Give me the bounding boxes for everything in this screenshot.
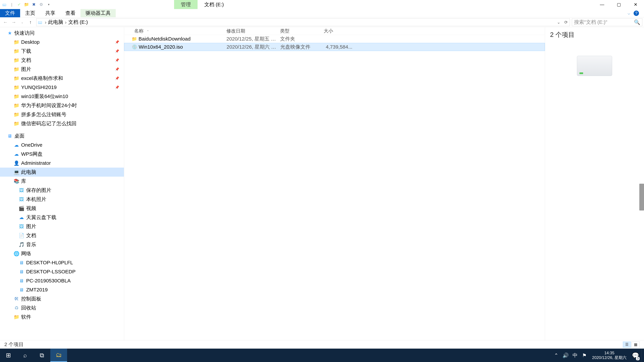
start-button[interactable]: ⊞ [0,349,17,362]
nav-up-button[interactable]: ↑ [27,18,34,26]
tree-label: 控制面板 [21,296,41,302]
view-details-button[interactable]: ☰ [623,342,631,348]
tree-desktop[interactable]: 📁Desktop📌 [0,37,124,46]
tree--[interactable]: ★快速访问 [0,28,124,37]
status-bar: 2 个项目 ☰ ▦ [0,340,644,349]
pic-icon: 🖼 [18,187,24,193]
minimize-button[interactable]: ― [594,0,610,9]
folder-icon: 📁 [14,48,20,54]
tree--[interactable]: 🌐网络 [0,249,124,258]
close-icon[interactable]: ✖ [31,2,36,7]
tray-overflow-button[interactable]: ⌃ [552,349,561,362]
ctx-manage-tab[interactable]: 管理 [174,0,198,9]
chevron-down-icon[interactable]: ▾ [46,2,51,7]
tree--[interactable]: 📁下载📌 [0,46,124,56]
gear-icon[interactable]: ⚙ [38,2,44,7]
nav-row: ← → ⌄ ↑ 🖴 › 此电脑 › 文档 (E:) ⌄ ⟳ 搜索"文档 (E:)… [0,17,644,27]
tree--[interactable]: 🖥桌面 [0,131,124,140]
tree-zmt2019[interactable]: 🖥ZMT2019 [0,285,124,294]
folder-icon[interactable]: 📁 [24,2,29,7]
tree--[interactable]: 🖼本机照片 [0,195,124,204]
file-row[interactable]: 💿Win10x64_2020.iso2020/12/26, 星期六 1...光盘… [124,43,545,51]
details-count: 2 个项目 [550,30,574,39]
view-large-icons-button[interactable]: ▦ [632,342,640,348]
col-size[interactable]: 大小 [320,28,357,34]
drive-icon: 🖴 [2,2,7,7]
tree--[interactable]: 📁图片📌 [0,65,124,74]
tree-yunqishi2019[interactable]: 📁YUNQISHI2019📌 [0,83,124,92]
tree--[interactable]: 📁微信密码忘记了怎么找回 [0,119,124,128]
tree--[interactable]: 🛠控制面板 [0,294,124,303]
ime-indicator[interactable]: 中 [570,349,580,362]
tree-administrator[interactable]: 👤Administrator [0,159,124,168]
tree-label: 天翼云盘下载 [26,214,56,221]
volume-icon[interactable]: 🔊 [561,349,570,362]
taskbar-clock[interactable]: 14:35 2020/12/26, 星期六 [589,351,630,360]
nav-history-button[interactable]: ⌄ [18,18,26,26]
refresh-button[interactable]: ⟳ [562,18,570,26]
task-view-button[interactable]: ⧉ [34,349,50,362]
tree-label: 快速访问 [14,30,34,36]
panel-icon: 🛠 [14,296,20,302]
maximize-button[interactable]: ▢ [610,0,627,9]
tree-label: excel表格制作求和 [21,75,63,82]
taskbar-search-button[interactable]: ⌕ [17,349,34,362]
check-icon[interactable]: ✔ [16,2,22,7]
tree--[interactable]: ♻回收站 [0,303,124,312]
tree--[interactable]: 📁拼多多怎么注销账号 [0,110,124,119]
menu-file[interactable]: 文件 [0,9,20,17]
col-date[interactable]: 修改日期 [223,28,277,34]
tree-excel-[interactable]: 📁excel表格制作求和📌 [0,74,124,83]
search-placeholder: 搜索"文档 (E:)" [574,19,607,26]
folder-icon: 📁 [14,39,20,45]
search-box[interactable]: 搜索"文档 (E:)" 🔍 [572,18,642,26]
details-scroll-thumb[interactable] [639,184,644,211]
nav-back-button[interactable]: ← [2,18,9,26]
tree-wps-[interactable]: ☁WPS网盘 [0,149,124,159]
show-desktop-button[interactable] [641,349,644,362]
tree--24-[interactable]: 📁华为手机时间设置24小时 [0,101,124,110]
cloud-icon: ☁ [14,142,20,148]
help-icon[interactable]: ? [634,10,639,16]
tree--[interactable]: 🎵音乐 [0,240,124,249]
tree-desktop-lssoedp[interactable]: 🖥DESKTOP-LSSOEDP [0,267,124,276]
action-center-button[interactable]: 💬3 [630,349,641,362]
taskbar: ⊞ ⌕ ⧉ 🗂 ⌃ 🔊 中 ⚑ 14:35 2020/12/26, 星期六 💬3 [0,349,644,362]
tree-onedrive[interactable]: ☁OneDrive [0,140,124,149]
breadcrumb-leaf[interactable]: 文档 (E:) [68,19,88,26]
tree--[interactable]: 🖼保存的图片 [0,186,124,195]
security-icon[interactable]: ⚑ [580,349,589,362]
col-name[interactable]: 名称⌃ [124,28,223,34]
ribbon-collapse-icon[interactable]: ⌵ [628,10,630,16]
tree-win10-64-win10[interactable]: 📁win10重装64位win10 [0,92,124,101]
tree-label: 文档 [26,232,36,239]
col-type[interactable]: 类型 [277,28,320,34]
net-icon: 🌐 [14,251,20,257]
menu-share[interactable]: 共享 [40,9,60,17]
tree--[interactable]: 📚库 [0,177,124,186]
pin-icon: 📌 [115,85,119,89]
nav-forward-button[interactable]: → [10,18,18,26]
address-dropdown-button[interactable]: ⌄ [555,18,562,26]
tree--[interactable]: 🖼图片 [0,222,124,231]
menu-driver-tools[interactable]: 驱动器工具 [80,9,116,17]
tree--[interactable]: 💻此电脑 [0,168,124,177]
tree-pc-20190530obla[interactable]: 🖥PC-20190530OBLA [0,276,124,285]
close-button[interactable]: ✕ [627,0,644,9]
menu-home[interactable]: 主页 [20,9,40,17]
address-bar[interactable]: 🖴 › 此电脑 › 文档 (E:) ⌄ ⟳ [36,18,570,26]
file-date: 2020/12/26, 星期六 1... [223,43,277,50]
tree--[interactable]: 📄文档 [0,231,124,240]
menu-view[interactable]: 查看 [60,9,80,17]
taskbar-explorer-button[interactable]: 🗂 [50,349,67,362]
tree-desktop-hl0plfl[interactable]: 🖥DESKTOP-HL0PLFL [0,258,124,267]
tree--[interactable]: 📁软件 [0,312,124,322]
breadcrumb-root[interactable]: 此电脑 [48,19,64,26]
pin-icon: 📌 [115,58,119,62]
clock-time: 14:35 [604,351,614,355]
file-row[interactable]: 📁BaiduNetdiskDownload2020/12/25, 星期五 1..… [124,35,545,43]
tree--[interactable]: 📁文档📌 [0,56,124,65]
tree--[interactable]: 🎬视频 [0,204,124,213]
tree--[interactable]: ☁天翼云盘下载 [0,213,124,222]
pic-icon: 🖼 [18,196,24,202]
